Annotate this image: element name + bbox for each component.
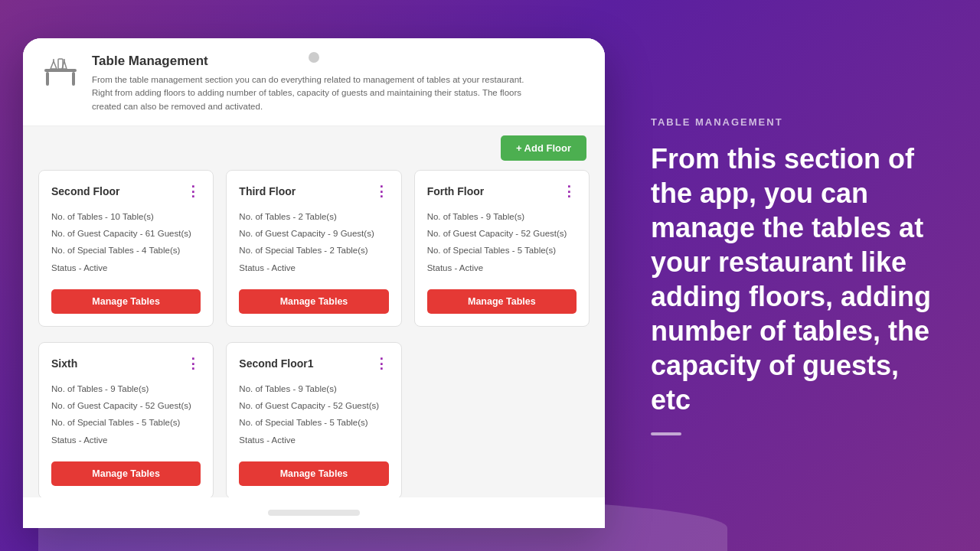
main-description-text: From this section of the app, you can ma… [651, 142, 942, 417]
page-description: From the table management section you ca… [92, 73, 536, 113]
floor-card: Second Floor ⋮ No. of Tables - 10 Table(… [38, 170, 214, 327]
special-tables-info: No. of Special Tables - 5 Table(s) [239, 416, 388, 429]
toolbar: + Add Floor [23, 126, 605, 170]
device-notch [309, 52, 319, 63]
floor-card: Sixth ⋮ No. of Tables - 9 Table(s) No. o… [38, 342, 214, 499]
manage-tables-button[interactable]: Manage Tables [51, 289, 201, 314]
floors-grid-row2: Sixth ⋮ No. of Tables - 9 Table(s) No. o… [23, 342, 605, 499]
add-floor-button[interactable]: + Add Floor [501, 135, 586, 161]
special-tables-info: No. of Special Tables - 2 Table(s) [239, 244, 388, 257]
decorative-curve [38, 497, 727, 551]
floor-name: Third Floor [239, 185, 296, 197]
guest-capacity-info: No. of Guest Capacity - 52 Guest(s) [239, 399, 388, 412]
more-options-icon[interactable]: ⋮ [562, 183, 577, 200]
more-options-icon[interactable]: ⋮ [186, 183, 201, 200]
status-info: Status - Active [427, 262, 577, 275]
floor-card-header: Forth Floor ⋮ [427, 183, 577, 200]
more-options-icon[interactable]: ⋮ [374, 355, 389, 372]
floor-card-header: Second Floor1 ⋮ [239, 355, 388, 372]
tables-info: No. of Tables - 9 Table(s) [239, 383, 388, 396]
tables-info: No. of Tables - 2 Table(s) [239, 210, 388, 223]
svg-rect-2 [72, 72, 75, 86]
guest-capacity-info: No. of Guest Capacity - 9 Guest(s) [239, 227, 388, 240]
floor-name: Sixth [51, 357, 77, 370]
guest-capacity-info: No. of Guest Capacity - 52 Guest(s) [51, 399, 201, 412]
section-label: TABLE MANAGEMENT [651, 116, 942, 128]
floor-card-header: Second Floor ⋮ [51, 183, 201, 200]
tables-info: No. of Tables - 9 Table(s) [51, 383, 201, 396]
accent-divider [651, 432, 681, 435]
more-options-icon[interactable]: ⋮ [186, 355, 201, 372]
manage-tables-button[interactable]: Manage Tables [239, 461, 388, 486]
manage-tables-button[interactable]: Manage Tables [427, 289, 577, 314]
floor-name: Second Floor1 [239, 357, 313, 370]
floor-card-header: Sixth ⋮ [51, 355, 201, 372]
status-info: Status - Active [239, 434, 388, 447]
status-info: Status - Active [239, 262, 388, 275]
floor-card: Second Floor1 ⋮ No. of Tables - 9 Table(… [226, 342, 401, 499]
special-tables-info: No. of Special Tables - 5 Table(s) [51, 416, 201, 429]
app-screen: Table Management From the table manageme… [23, 38, 605, 528]
tables-info: No. of Tables - 9 Table(s) [427, 210, 577, 223]
device-wrapper: Table Management From the table manageme… [0, 0, 628, 551]
floor-name: Second Floor [51, 185, 119, 197]
tables-info: No. of Tables - 10 Table(s) [51, 210, 201, 223]
floor-card-header: Third Floor ⋮ [239, 183, 388, 200]
floor-name: Forth Floor [427, 185, 485, 197]
svg-rect-1 [46, 72, 49, 86]
manage-tables-button[interactable]: Manage Tables [239, 289, 388, 314]
manage-tables-button[interactable]: Manage Tables [51, 461, 201, 486]
special-tables-info: No. of Special Tables - 4 Table(s) [51, 244, 201, 257]
status-info: Status - Active [51, 434, 201, 447]
status-info: Status - Active [51, 262, 201, 275]
floors-grid-row1: Second Floor ⋮ No. of Tables - 10 Table(… [23, 170, 605, 342]
more-options-icon[interactable]: ⋮ [374, 183, 389, 200]
special-tables-info: No. of Special Tables - 5 Table(s) [427, 244, 577, 257]
guest-capacity-info: No. of Guest Capacity - 61 Guest(s) [51, 227, 201, 240]
guest-capacity-info: No. of Guest Capacity - 52 Guest(s) [427, 227, 577, 240]
device-frame: Table Management From the table manageme… [23, 38, 605, 528]
table-management-icon [41, 54, 80, 92]
right-panel: TABLE MANAGEMENT From this section of th… [612, 0, 980, 551]
empty-cell [414, 342, 590, 499]
floor-card: Forth Floor ⋮ No. of Tables - 9 Table(s)… [414, 170, 590, 327]
floor-card: Third Floor ⋮ No. of Tables - 2 Table(s)… [226, 170, 401, 327]
